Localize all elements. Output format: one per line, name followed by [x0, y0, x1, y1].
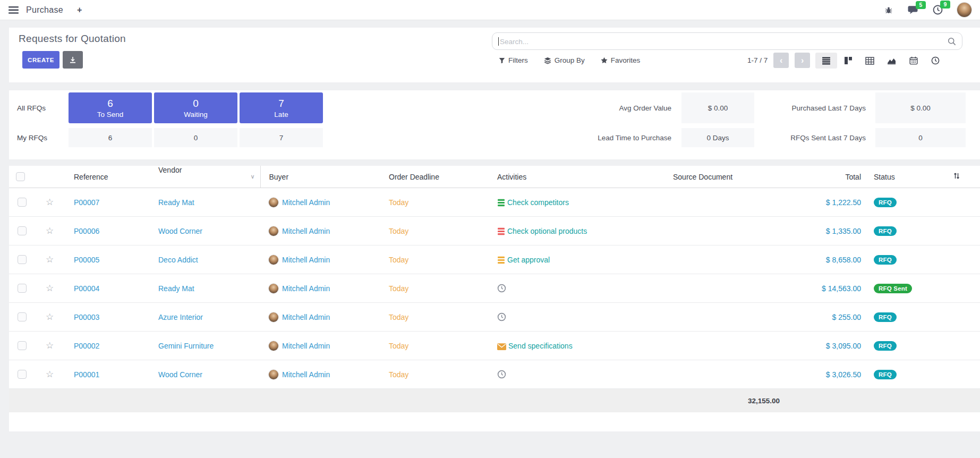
buyer-cell[interactable]: Mitchell Admin	[260, 188, 377, 217]
status-cell[interactable]: RFQ	[863, 188, 938, 217]
order-deadline-cell[interactable]: Today	[377, 188, 483, 217]
reference-link[interactable]: P00002	[74, 342, 99, 350]
vendor-cell[interactable]: Gemini Furniture	[151, 332, 260, 360]
group-by-button[interactable]: Group By	[544, 56, 585, 64]
reference-cell[interactable]: P00005	[61, 245, 151, 274]
row-checkbox[interactable]	[18, 198, 27, 207]
table-row[interactable]: ☆ P00005 Deco Addict Mitchell Admin Toda…	[9, 245, 980, 274]
source-document-cell[interactable]	[648, 188, 747, 217]
table-row[interactable]: ☆ P00006 Wood Corner Mitchell Admin Toda…	[9, 217, 980, 245]
source-document-cell[interactable]	[648, 245, 747, 274]
row-checkbox[interactable]	[18, 312, 27, 321]
status-cell[interactable]: RFQ	[863, 360, 938, 389]
activity-clock-icon[interactable]	[497, 370, 506, 379]
export-button[interactable]	[63, 51, 83, 69]
create-button[interactable]: CREATE	[22, 51, 59, 69]
pivot-view-button[interactable]	[859, 53, 881, 69]
favorite-star-icon[interactable]: ☆	[46, 341, 54, 351]
activity-label[interactable]: Send specifications	[508, 342, 573, 350]
vendor-link[interactable]: Wood Corner	[158, 227, 202, 235]
my-waiting-value[interactable]: 0	[154, 128, 237, 147]
rfqs-sent-last-7-days-value[interactable]: 0	[875, 128, 966, 147]
activity-cell[interactable]: Get approval	[483, 245, 648, 274]
source-document-cell[interactable]	[648, 217, 747, 245]
user-avatar[interactable]	[957, 3, 972, 17]
purchased-last-7-days-value[interactable]: $ 0.00	[875, 92, 966, 123]
select-all-header[interactable]	[9, 166, 38, 188]
list-view-button[interactable]	[815, 53, 837, 69]
tile-waiting[interactable]: 0Waiting	[154, 92, 237, 123]
vendor-link[interactable]: Deco Addict	[158, 256, 198, 264]
total-cell[interactable]: $ 1,335.00	[747, 217, 863, 245]
graph-view-button[interactable]	[881, 53, 902, 69]
row-star-cell[interactable]: ☆	[38, 332, 61, 360]
activity-cell[interactable]: Send specifications	[483, 332, 648, 360]
row-checkbox[interactable]	[18, 284, 27, 293]
reference-link[interactable]: P00004	[74, 284, 99, 293]
reference-cell[interactable]: P00007	[61, 188, 151, 217]
total-cell[interactable]: $ 8,658.00	[747, 245, 863, 274]
table-row[interactable]: ☆ P00002 Gemini Furniture Mitchell Admin…	[9, 332, 980, 360]
activity-clock-icon[interactable]	[497, 312, 506, 321]
reference-link[interactable]: P00003	[74, 313, 99, 321]
order-deadline-cell[interactable]: Today	[377, 332, 483, 360]
order-deadline-cell[interactable]: Today	[377, 274, 483, 303]
order-deadline-cell[interactable]: Today	[377, 245, 483, 274]
messages-icon[interactable]: 5	[907, 5, 918, 15]
row-checkbox[interactable]	[18, 341, 27, 350]
column-header-vendor[interactable]: ∨Vendor	[151, 166, 260, 188]
reference-cell[interactable]: P00006	[61, 217, 151, 245]
buyer-link[interactable]: Mitchell Admin	[282, 198, 330, 207]
buyer-cell[interactable]: Mitchell Admin	[260, 360, 377, 389]
debug-bug-icon[interactable]	[884, 6, 893, 14]
buyer-link[interactable]: Mitchell Admin	[282, 342, 330, 350]
column-header-status[interactable]: Status	[863, 166, 938, 188]
row-star-cell[interactable]: ☆	[38, 274, 61, 303]
my-to-send-value[interactable]: 6	[69, 128, 152, 147]
pager-previous-button[interactable]: ‹	[773, 53, 789, 68]
source-document-cell[interactable]	[648, 332, 747, 360]
row-select-cell[interactable]	[9, 274, 38, 303]
tile-late[interactable]: 7Late	[240, 92, 323, 123]
buyer-link[interactable]: Mitchell Admin	[282, 370, 330, 379]
activity-tasks-icon[interactable]	[497, 227, 505, 235]
search-icon[interactable]	[948, 37, 956, 48]
activity-clock-icon[interactable]	[497, 284, 506, 293]
buyer-link[interactable]: Mitchell Admin	[282, 227, 330, 235]
reference-cell[interactable]: P00003	[61, 303, 151, 332]
vendor-cell[interactable]: Deco Addict	[151, 245, 260, 274]
row-select-cell[interactable]	[9, 360, 38, 389]
row-select-cell[interactable]	[9, 217, 38, 245]
status-cell[interactable]: RFQ Sent	[863, 274, 938, 303]
row-checkbox[interactable]	[18, 226, 27, 235]
filters-button[interactable]: Filters	[499, 56, 528, 64]
select-all-checkbox[interactable]	[16, 172, 25, 181]
tile-to-send[interactable]: 6To Send	[69, 92, 152, 123]
order-deadline-cell[interactable]: Today	[377, 360, 483, 389]
buyer-cell[interactable]: Mitchell Admin	[260, 274, 377, 303]
activity-view-button[interactable]	[924, 53, 946, 69]
activities-clock-icon[interactable]: 9	[933, 5, 943, 15]
buyer-cell[interactable]: Mitchell Admin	[260, 303, 377, 332]
buyer-cell[interactable]: Mitchell Admin	[260, 245, 377, 274]
vendor-cell[interactable]: Ready Mat	[151, 188, 260, 217]
my-late-value[interactable]: 7	[240, 128, 323, 147]
source-document-cell[interactable]	[648, 303, 747, 332]
buyer-link[interactable]: Mitchell Admin	[282, 284, 330, 293]
row-star-cell[interactable]: ☆	[38, 303, 61, 332]
activity-tasks-icon[interactable]	[497, 199, 505, 207]
activity-envelope-icon[interactable]	[497, 343, 506, 350]
favorite-star-icon[interactable]: ☆	[46, 312, 54, 322]
row-select-cell[interactable]	[9, 332, 38, 360]
table-row[interactable]: ☆ P00007 Ready Mat Mitchell Admin Today …	[9, 188, 980, 217]
reference-link[interactable]: P00005	[74, 256, 99, 264]
vendor-link[interactable]: Wood Corner	[158, 370, 202, 379]
activity-cell[interactable]	[483, 360, 648, 389]
app-name[interactable]: Purchase	[26, 5, 63, 15]
vendor-cell[interactable]: Azure Interior	[151, 303, 260, 332]
status-cell[interactable]: RFQ	[863, 303, 938, 332]
activity-cell[interactable]: Check competitors	[483, 188, 648, 217]
buyer-link[interactable]: Mitchell Admin	[282, 313, 330, 321]
buyer-link[interactable]: Mitchell Admin	[282, 256, 330, 264]
vendor-link[interactable]: Gemini Furniture	[158, 342, 214, 350]
